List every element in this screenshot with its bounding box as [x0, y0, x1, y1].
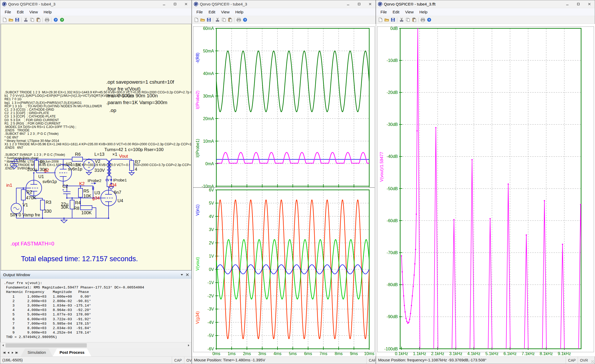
fourier-output-text[interactable]: .four fre v(vout): Fundamental: RMS Magn… [0, 279, 191, 342]
label-node-k2: K2 [79, 181, 85, 186]
maximize-button[interactable] [169, 0, 180, 8]
label-r6: R6 [75, 152, 81, 157]
label-r2: R2 [26, 190, 32, 195]
new-file-icon[interactable] [1, 17, 8, 23]
titlebar[interactable]: Qorvo QSPICE® - tube4_3.fft [376, 0, 595, 8]
window-title: Qorvo QSPICE® - tube4_3 [200, 2, 247, 6]
print-icon[interactable] [420, 17, 426, 23]
label-r5: R5 [83, 189, 89, 194]
current-panel-border [193, 26, 375, 188]
directive-op: .op [109, 108, 116, 113]
cut-icon[interactable] [398, 17, 405, 23]
tab-simulation[interactable]: Simulation [21, 349, 53, 356]
paste-icon[interactable] [35, 17, 41, 23]
help-icon[interactable]: ? [52, 17, 59, 23]
scrollbar-thumb[interactable] [6, 343, 87, 347]
menu-file[interactable]: File [378, 10, 390, 14]
save-icon[interactable] [14, 17, 20, 23]
scroll-left-icon[interactable] [1, 343, 6, 348]
label-r3-value: 330 [44, 209, 51, 214]
qspice-app-icon [2, 2, 7, 6]
first-tab-icon [3, 351, 6, 354]
maximize-button[interactable] [573, 0, 584, 8]
label-r6-value: 1K [76, 162, 81, 167]
menu-view[interactable]: View [402, 10, 416, 14]
schematic-drawing[interactable]: C1 200µ R1 30K g2 U1 sv6n1p in1 R2 470K … [3, 147, 191, 226]
directive-four: .four fre v(Vout) [106, 86, 141, 92]
output-window-header[interactable]: Output Window [0, 270, 191, 279]
cut-icon[interactable] [23, 17, 29, 23]
toolbar[interactable]: ? [192, 16, 376, 24]
chevron-down-icon[interactable] [180, 272, 183, 277]
print-icon[interactable] [235, 17, 242, 23]
print-icon[interactable] [44, 17, 50, 23]
toolbar-separator [51, 18, 51, 22]
copy-icon[interactable] [221, 17, 227, 23]
new-file-icon[interactable] [193, 17, 199, 23]
open-folder-icon[interactable] [199, 17, 206, 23]
menubar[interactable]: FileEditViewHelp [376, 8, 595, 16]
toolbar[interactable]: ? [376, 16, 595, 24]
svg-text:?: ? [244, 18, 246, 22]
menu-help[interactable]: Help [416, 10, 430, 14]
waveform-plot-area[interactable]: 60mA50mA40mA30mA20mA10mA0mA-10mA-I(R8)I(… [192, 24, 376, 356]
menubar[interactable]: FileEditViewHelp [0, 8, 191, 16]
copy-icon[interactable] [29, 17, 35, 23]
menu-help[interactable]: Help [232, 10, 246, 14]
help-icon[interactable]: ? [426, 17, 432, 23]
save-icon[interactable] [390, 17, 396, 23]
resize-grip[interactable] [591, 360, 594, 363]
cut-icon[interactable] [214, 17, 221, 23]
svg-text:?: ? [428, 18, 430, 22]
paste-icon[interactable] [411, 17, 417, 23]
menubar[interactable]: FileEditViewHelp [192, 8, 376, 16]
close-button[interactable] [364, 0, 376, 8]
close-button[interactable] [180, 0, 191, 8]
menu-view[interactable]: View [26, 10, 41, 14]
tab-post-process[interactable]: Post Process [53, 349, 91, 356]
menu-file[interactable]: File [194, 10, 206, 14]
open-folder-icon[interactable] [8, 17, 14, 23]
save-icon[interactable] [206, 17, 212, 23]
directive-tran: .tran 0 100m 90m 100n [106, 93, 158, 99]
help-icon[interactable]: ? [242, 17, 248, 23]
schematic-canvas[interactable]: .SUBCKT TRIODE 1 2 3 MU=29.30 EX=1.332 K… [1, 24, 191, 270]
paste-icon[interactable] [227, 17, 233, 23]
label-c2: C2 [62, 184, 68, 189]
tab-nav[interactable] [0, 351, 21, 356]
label-iprobe1: IProbe1 [113, 178, 127, 182]
minimize-button[interactable] [342, 0, 353, 8]
menu-file[interactable]: File [2, 10, 14, 14]
statusbar-waveform: Mouse Position: Time=-1.480ms -1.395V CA… [192, 356, 376, 364]
mouse-position: Mouse Position: Time=-1.480ms -1.395V [194, 358, 265, 362]
open-folder-icon[interactable] [383, 17, 390, 23]
new-file-icon[interactable] [377, 17, 383, 23]
output-horizontal-scrollbar[interactable] [0, 342, 191, 348]
close-button[interactable] [584, 0, 595, 8]
menu-edit[interactable]: Edit [14, 10, 26, 14]
maximize-button[interactable] [353, 0, 364, 8]
titlebar[interactable]: Qorvo QSPICE® - tube4_3 [0, 0, 191, 8]
menu-edit[interactable]: Edit [206, 10, 218, 14]
titlebar[interactable]: Qorvo QSPICE® - tube4_3 [192, 0, 376, 8]
elapsed-time-text: Total elapsed time: 12.7157 seconds. [21, 255, 138, 263]
web-help-icon[interactable]: ? [59, 17, 65, 23]
label-transformer-l: L=13 [94, 152, 104, 157]
minimize-button[interactable] [158, 0, 169, 8]
close-output-icon[interactable] [186, 272, 189, 277]
label-node-g34: g34 [92, 196, 100, 201]
minimize-button[interactable] [562, 0, 573, 8]
label-u1-type: sv6n1p [42, 179, 57, 184]
fft-plot-area[interactable]: 0dB-10dB-20dB-30dB-40dB-50dB-60dB-70dB-8… [376, 24, 595, 356]
label-u34-type: 6n7 [114, 190, 121, 195]
menu-view[interactable]: View [218, 10, 232, 14]
toolbar[interactable]: ?? [0, 16, 191, 24]
label-iprobe1-zero: 0V [105, 178, 109, 182]
menu-edit[interactable]: Edit [390, 10, 402, 14]
menu-help[interactable]: Help [41, 10, 55, 14]
fft-panel-border [377, 26, 594, 352]
copy-icon[interactable] [405, 17, 411, 23]
label-node-in1: in1 [6, 183, 12, 188]
scroll-right-icon[interactable] [186, 343, 191, 348]
ovr-indicator: OVR [184, 357, 191, 364]
